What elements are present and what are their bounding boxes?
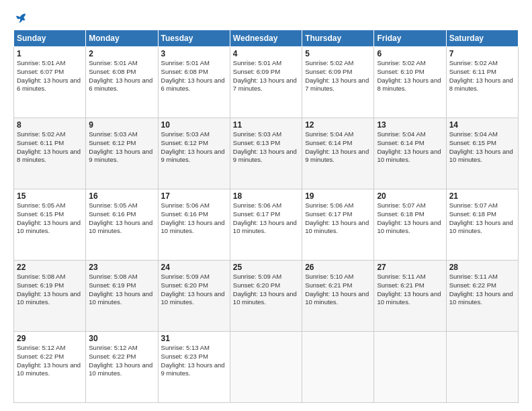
sunset-label: Sunset: 6:20 PM <box>161 281 208 289</box>
day-number: 21 <box>449 191 515 201</box>
sunset-label: Sunset: 6:12 PM <box>161 139 208 146</box>
sunset-label: Sunset: 6:09 PM <box>233 68 280 75</box>
daylight-label: Daylight: 13 hours and 8 minutes. <box>449 77 513 93</box>
sunrise-label: Sunrise: 5:01 AM <box>89 59 137 66</box>
day-number: 18 <box>233 191 299 201</box>
calendar-week-row: 29 Sunrise: 5:12 AM Sunset: 6:22 PM Dayl… <box>14 332 519 403</box>
day-info: Sunrise: 5:06 AM Sunset: 6:17 PM Dayligh… <box>305 201 371 236</box>
day-number: 17 <box>161 191 227 201</box>
calendar-week-row: 22 Sunrise: 5:08 AM Sunset: 6:19 PM Dayl… <box>14 261 519 332</box>
calendar-cell: 23 Sunrise: 5:08 AM Sunset: 6:19 PM Dayl… <box>86 261 158 332</box>
daylight-label: Daylight: 13 hours and 10 minutes. <box>161 219 225 235</box>
daylight-label: Daylight: 13 hours and 10 minutes. <box>17 219 81 235</box>
sunrise-label: Sunrise: 5:02 AM <box>449 59 498 66</box>
calendar-cell <box>446 332 518 403</box>
calendar-week-row: 15 Sunrise: 5:05 AM Sunset: 6:15 PM Dayl… <box>14 189 519 261</box>
calendar-cell: 18 Sunrise: 5:06 AM Sunset: 6:17 PM Dayl… <box>230 189 302 261</box>
sunset-label: Sunset: 6:13 PM <box>233 139 280 146</box>
day-number: 24 <box>161 263 227 272</box>
sunset-label: Sunset: 6:21 PM <box>377 281 424 289</box>
sunrise-label: Sunrise: 5:05 AM <box>89 201 137 209</box>
calendar-cell: 11 Sunrise: 5:03 AM Sunset: 6:13 PM Dayl… <box>230 118 302 189</box>
day-number: 5 <box>305 49 371 58</box>
sunrise-label: Sunrise: 5:09 AM <box>233 273 281 280</box>
day-info: Sunrise: 5:08 AM Sunset: 6:19 PM Dayligh… <box>17 273 83 307</box>
logo <box>13 12 27 24</box>
day-info: Sunrise: 5:01 AM Sunset: 6:08 PM Dayligh… <box>89 59 154 93</box>
day-number: 2 <box>89 49 154 58</box>
sunset-label: Sunset: 6:20 PM <box>233 281 280 289</box>
calendar-cell: 10 Sunrise: 5:03 AM Sunset: 6:12 PM Dayl… <box>158 118 230 189</box>
sunrise-label: Sunrise: 5:01 AM <box>233 59 281 66</box>
sunset-label: Sunset: 6:17 PM <box>305 210 352 218</box>
day-number: 23 <box>89 263 154 272</box>
day-number: 31 <box>161 334 227 343</box>
daylight-label: Daylight: 13 hours and 7 minutes. <box>305 77 369 93</box>
calendar-cell <box>374 332 446 403</box>
day-info: Sunrise: 5:08 AM Sunset: 6:19 PM Dayligh… <box>89 273 154 307</box>
daylight-label: Daylight: 13 hours and 9 minutes. <box>161 361 225 377</box>
sunrise-label: Sunrise: 5:02 AM <box>377 59 425 66</box>
daylight-label: Daylight: 13 hours and 9 minutes. <box>89 148 152 164</box>
daylight-label: Daylight: 13 hours and 10 minutes. <box>17 290 81 306</box>
daylight-label: Daylight: 13 hours and 10 minutes. <box>377 148 441 164</box>
day-info: Sunrise: 5:01 AM Sunset: 6:07 PM Dayligh… <box>17 59 83 93</box>
sunrise-label: Sunrise: 5:01 AM <box>17 59 65 66</box>
sunrise-label: Sunrise: 5:05 AM <box>17 201 65 209</box>
sunrise-label: Sunrise: 5:07 AM <box>449 201 498 209</box>
daylight-label: Daylight: 13 hours and 6 minutes. <box>89 77 152 93</box>
day-number: 29 <box>17 334 83 343</box>
sunset-label: Sunset: 6:11 PM <box>17 139 64 146</box>
day-number: 28 <box>449 263 515 272</box>
calendar-cell: 25 Sunrise: 5:09 AM Sunset: 6:20 PM Dayl… <box>230 261 302 332</box>
daylight-label: Daylight: 13 hours and 10 minutes. <box>161 290 225 306</box>
sunrise-label: Sunrise: 5:11 AM <box>377 273 425 280</box>
day-info: Sunrise: 5:13 AM Sunset: 6:23 PM Dayligh… <box>161 344 227 378</box>
day-number: 8 <box>17 120 83 130</box>
sunrise-label: Sunrise: 5:06 AM <box>305 201 353 209</box>
calendar-cell: 15 Sunrise: 5:05 AM Sunset: 6:15 PM Dayl… <box>14 189 86 261</box>
sunrise-label: Sunrise: 5:04 AM <box>377 130 425 138</box>
day-info: Sunrise: 5:02 AM Sunset: 6:11 PM Dayligh… <box>17 130 83 165</box>
calendar-cell: 24 Sunrise: 5:09 AM Sunset: 6:20 PM Dayl… <box>158 261 230 332</box>
sunset-label: Sunset: 6:22 PM <box>89 353 136 360</box>
day-info: Sunrise: 5:12 AM Sunset: 6:22 PM Dayligh… <box>17 344 83 378</box>
sunset-label: Sunset: 6:14 PM <box>377 139 424 146</box>
calendar-cell: 20 Sunrise: 5:07 AM Sunset: 6:18 PM Dayl… <box>374 189 446 261</box>
calendar-cell: 12 Sunrise: 5:04 AM Sunset: 6:14 PM Dayl… <box>302 118 374 189</box>
day-number: 19 <box>305 191 371 201</box>
sunset-label: Sunset: 6:12 PM <box>89 139 136 146</box>
sunset-label: Sunset: 6:14 PM <box>305 139 352 146</box>
sunset-label: Sunset: 6:15 PM <box>449 139 496 146</box>
calendar-cell: 4 Sunrise: 5:01 AM Sunset: 6:09 PM Dayli… <box>230 47 302 118</box>
day-number: 12 <box>305 120 371 130</box>
daylight-label: Daylight: 13 hours and 10 minutes. <box>449 148 513 164</box>
calendar-table: SundayMondayTuesdayWednesdayThursdayFrid… <box>13 30 519 403</box>
day-info: Sunrise: 5:02 AM Sunset: 6:09 PM Dayligh… <box>305 59 371 93</box>
day-number: 4 <box>233 49 299 58</box>
sunset-label: Sunset: 6:22 PM <box>449 281 496 289</box>
sunrise-label: Sunrise: 5:09 AM <box>161 273 210 280</box>
calendar-cell: 9 Sunrise: 5:03 AM Sunset: 6:12 PM Dayli… <box>86 118 158 189</box>
day-number: 6 <box>377 49 443 58</box>
sunrise-label: Sunrise: 5:08 AM <box>17 273 65 280</box>
day-info: Sunrise: 5:01 AM Sunset: 6:09 PM Dayligh… <box>233 59 299 93</box>
day-info: Sunrise: 5:04 AM Sunset: 6:14 PM Dayligh… <box>305 130 371 165</box>
sunset-label: Sunset: 6:16 PM <box>161 210 208 218</box>
page: SundayMondayTuesdayWednesdayThursdayFrid… <box>0 0 532 411</box>
daylight-label: Daylight: 13 hours and 10 minutes. <box>89 219 152 235</box>
sunrise-label: Sunrise: 5:03 AM <box>233 130 281 138</box>
sunset-label: Sunset: 6:18 PM <box>377 210 424 218</box>
weekday-header-sunday: Sunday <box>14 30 86 47</box>
calendar-cell: 13 Sunrise: 5:04 AM Sunset: 6:14 PM Dayl… <box>374 118 446 189</box>
calendar-cell: 19 Sunrise: 5:06 AM Sunset: 6:17 PM Dayl… <box>302 189 374 261</box>
sunrise-label: Sunrise: 5:13 AM <box>161 344 210 351</box>
calendar-week-row: 8 Sunrise: 5:02 AM Sunset: 6:11 PM Dayli… <box>14 118 519 189</box>
daylight-label: Daylight: 13 hours and 10 minutes. <box>377 290 441 306</box>
day-info: Sunrise: 5:12 AM Sunset: 6:22 PM Dayligh… <box>89 344 154 378</box>
sunrise-label: Sunrise: 5:12 AM <box>89 344 137 351</box>
weekday-header-row: SundayMondayTuesdayWednesdayThursdayFrid… <box>14 30 519 47</box>
day-info: Sunrise: 5:04 AM Sunset: 6:14 PM Dayligh… <box>377 130 443 165</box>
logo-bird-icon <box>15 12 27 24</box>
sunrise-label: Sunrise: 5:07 AM <box>377 201 425 209</box>
